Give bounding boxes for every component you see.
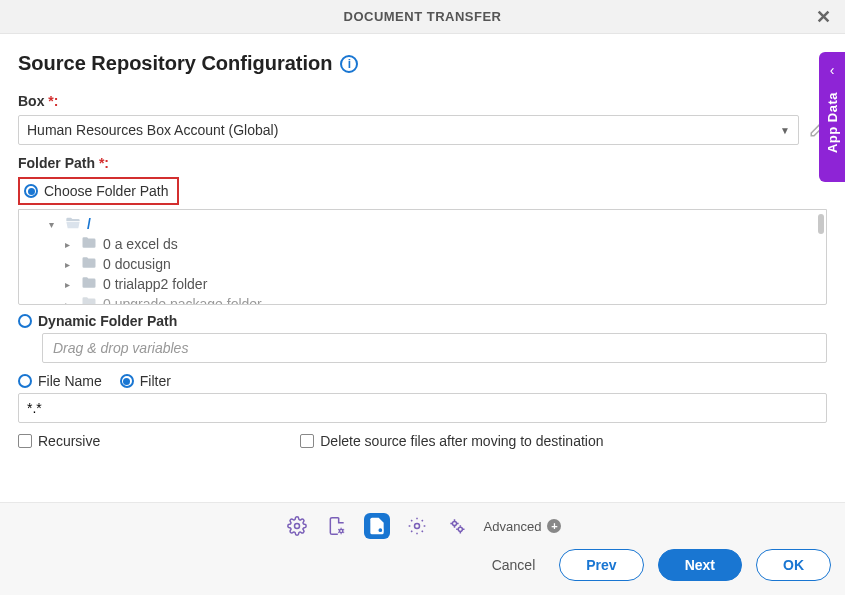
tree-item[interactable]: ▸ 0 trialapp2 folder bbox=[65, 274, 826, 294]
box-label: Box *: bbox=[18, 93, 827, 109]
folder-open-icon bbox=[65, 216, 81, 233]
tree-item[interactable]: ▸ 0 a excel ds bbox=[65, 234, 826, 254]
filter-label: Filter bbox=[140, 373, 171, 389]
tree-root-label[interactable]: / bbox=[87, 216, 91, 232]
folder-path-label: Folder Path *: bbox=[18, 155, 827, 171]
folder-icon bbox=[81, 256, 97, 272]
plus-icon: + bbox=[547, 519, 561, 533]
folder-icon bbox=[81, 296, 97, 305]
page-title: Source Repository Configuration bbox=[18, 52, 332, 75]
caret-right-icon[interactable]: ▸ bbox=[65, 259, 75, 270]
advanced-label: Advanced bbox=[484, 519, 542, 534]
delete-source-label: Delete source files after moving to dest… bbox=[320, 433, 603, 449]
svg-point-5 bbox=[458, 527, 462, 531]
tree-item-label: 0 a excel ds bbox=[103, 236, 178, 252]
caret-right-icon[interactable]: ▸ bbox=[65, 299, 75, 306]
cancel-button[interactable]: Cancel bbox=[482, 551, 546, 579]
tree-item[interactable]: ▸ 0 upgrade package folder bbox=[65, 294, 826, 305]
gear-icon[interactable] bbox=[284, 513, 310, 539]
dialog-title: DOCUMENT TRANSFER bbox=[344, 9, 502, 24]
chevron-left-icon: ‹ bbox=[830, 62, 835, 78]
tree-item-label: 0 trialapp2 folder bbox=[103, 276, 207, 292]
tree-item[interactable]: ▸ 0 docusign bbox=[65, 254, 826, 274]
caret-right-icon[interactable]: ▸ bbox=[65, 239, 75, 250]
info-icon[interactable]: i bbox=[340, 55, 358, 73]
checkbox-recursive[interactable] bbox=[18, 434, 32, 448]
radio-filter[interactable] bbox=[120, 374, 134, 388]
gear-small-icon[interactable] bbox=[404, 513, 430, 539]
recursive-label: Recursive bbox=[38, 433, 100, 449]
ok-button[interactable]: OK bbox=[756, 549, 831, 581]
svg-point-1 bbox=[339, 529, 342, 532]
radio-dynamic-folder[interactable] bbox=[18, 314, 32, 328]
dynamic-folder-label: Dynamic Folder Path bbox=[38, 313, 177, 329]
titlebar: DOCUMENT TRANSFER ✕ bbox=[0, 0, 845, 34]
folder-tree[interactable]: ▾ / ▸ 0 a excel ds ▸ 0 docusign bbox=[18, 209, 827, 305]
caret-right-icon[interactable]: ▸ bbox=[65, 279, 75, 290]
footer: Advanced + Cancel Prev Next OK bbox=[0, 502, 845, 595]
file-name-label: File Name bbox=[38, 373, 102, 389]
document-gear-icon[interactable] bbox=[324, 513, 350, 539]
side-tab-app-data[interactable]: ‹ App Data bbox=[819, 52, 845, 182]
svg-point-0 bbox=[294, 524, 299, 529]
chevron-down-icon: ▼ bbox=[780, 125, 790, 136]
next-button[interactable]: Next bbox=[658, 549, 742, 581]
close-icon[interactable]: ✕ bbox=[812, 4, 836, 30]
choose-folder-highlight: Choose Folder Path bbox=[18, 177, 179, 205]
checkbox-delete-source[interactable] bbox=[300, 434, 314, 448]
tree-item-label: 0 upgrade package folder bbox=[103, 296, 262, 305]
folder-icon bbox=[81, 236, 97, 252]
caret-down-icon[interactable]: ▾ bbox=[49, 219, 59, 230]
tree-item-label: 0 docusign bbox=[103, 256, 171, 272]
filter-input[interactable] bbox=[18, 393, 827, 423]
prev-button[interactable]: Prev bbox=[559, 549, 643, 581]
side-tab-label: App Data bbox=[825, 92, 840, 153]
box-select[interactable]: Human Resources Box Account (Global) ▼ bbox=[18, 115, 799, 145]
dynamic-folder-input[interactable]: Drag & drop variables bbox=[42, 333, 827, 363]
radio-choose-folder[interactable] bbox=[24, 184, 38, 198]
choose-folder-label: Choose Folder Path bbox=[44, 183, 169, 199]
advanced-toggle[interactable]: Advanced + bbox=[484, 519, 562, 534]
svg-point-4 bbox=[452, 521, 456, 525]
svg-point-3 bbox=[414, 524, 419, 529]
folder-icon bbox=[81, 276, 97, 292]
radio-file-name[interactable] bbox=[18, 374, 32, 388]
dynamic-folder-placeholder: Drag & drop variables bbox=[53, 340, 188, 356]
box-select-value: Human Resources Box Account (Global) bbox=[27, 122, 278, 138]
scrollbar[interactable] bbox=[818, 214, 824, 234]
gears-icon[interactable] bbox=[444, 513, 470, 539]
svg-point-2 bbox=[377, 528, 382, 533]
document-config-icon[interactable] bbox=[364, 513, 390, 539]
